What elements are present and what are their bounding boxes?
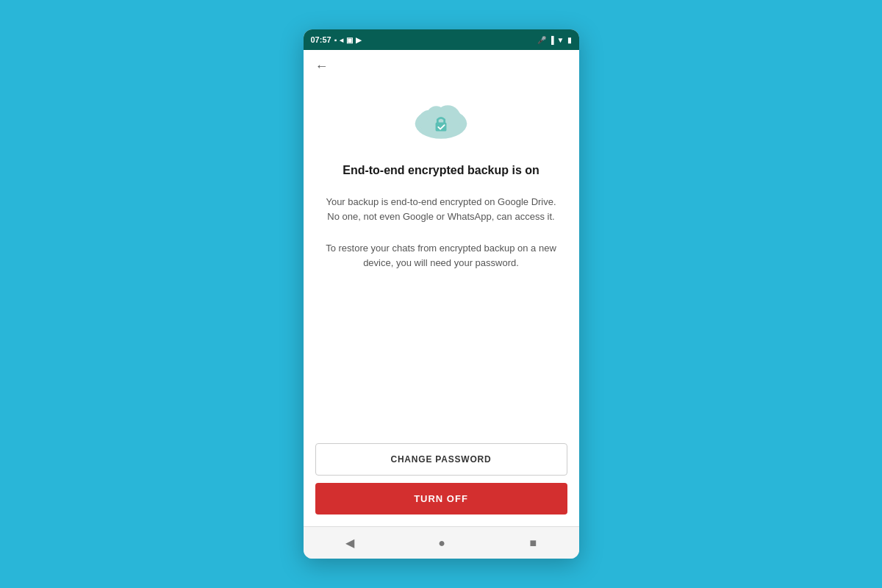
nav-home-button[interactable]: ● (438, 537, 445, 550)
top-bar: ← (304, 50, 579, 83)
svg-rect-4 (436, 122, 447, 131)
turn-off-button[interactable]: TURN OFF (315, 483, 567, 514)
description-text-1: Your backup is end-to-end encrypted on G… (326, 195, 557, 223)
nav-icon-status: ◂ (340, 36, 343, 44)
sim-icon: ▪ (334, 36, 337, 44)
back-button[interactable]: ← (315, 59, 329, 74)
mic-icon: 🎤 (537, 36, 546, 44)
battery-icon: ▮ (567, 36, 572, 44)
cloud-lock-icon-container (408, 98, 474, 149)
backup-title: End-to-end encrypted backup is on (343, 164, 539, 177)
main-content: End-to-end encrypted backup is on Your b… (304, 83, 579, 431)
status-bar: 07:57 ▪ ◂ ▣ ▶ 🎤 ▐ ▼ ▮ (304, 29, 579, 50)
nav-back-button[interactable]: ◀ (345, 536, 354, 550)
status-bar-left: 07:57 ▪ ◂ ▣ ▶ (311, 35, 362, 44)
status-bar-right: 🎤 ▐ ▼ ▮ (537, 36, 572, 44)
nav-recents-button[interactable]: ■ (530, 537, 537, 550)
bottom-actions: CHANGE PASSWORD TURN OFF (304, 431, 579, 526)
description-text-2: To restore your chats from encrypted bac… (326, 241, 557, 270)
app-content: ← End-to (304, 50, 579, 526)
change-password-button[interactable]: CHANGE PASSWORD (315, 443, 567, 476)
wifi-icon: ▼ (557, 36, 564, 44)
svg-point-3 (427, 106, 446, 125)
cloud-lock-svg (408, 98, 474, 146)
cast-icon: ▣ (346, 36, 353, 44)
signal-bars-icon: ▐ (549, 36, 554, 44)
nav-bar: ◀ ● ■ (304, 526, 579, 559)
play-icon: ▶ (356, 36, 362, 44)
phone-frame: 07:57 ▪ ◂ ▣ ▶ 🎤 ▐ ▼ ▮ ← (304, 29, 579, 559)
time-display: 07:57 (311, 35, 331, 44)
